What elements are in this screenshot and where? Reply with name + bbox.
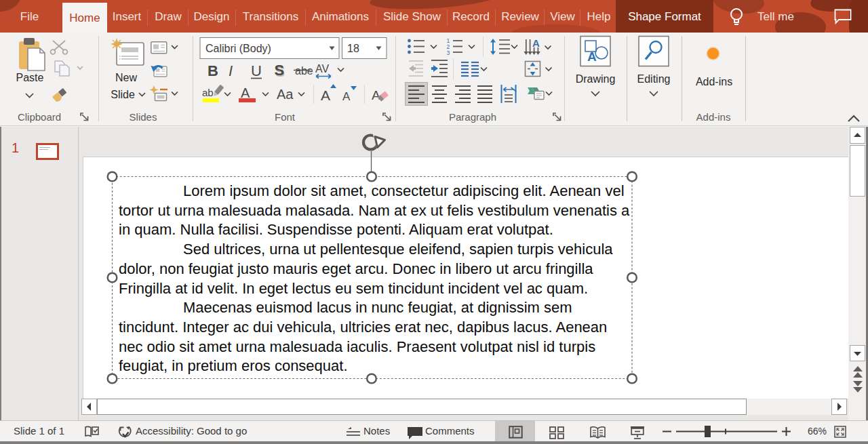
svg-text:18: 18: [347, 43, 359, 54]
svg-text:B: B: [208, 62, 218, 79]
svg-text:U: U: [251, 62, 262, 79]
svg-text:Aa: Aa: [277, 87, 294, 102]
svg-text:A: A: [241, 85, 250, 100]
svg-text:A: A: [372, 88, 380, 102]
svg-text:A: A: [532, 37, 540, 49]
svg-text:3: 3: [447, 49, 450, 56]
svg-text:I: I: [229, 62, 233, 79]
svg-text:A: A: [321, 87, 330, 103]
svg-text:S: S: [274, 62, 284, 79]
svg-text:ab: ab: [202, 87, 214, 98]
svg-text:A: A: [342, 90, 351, 103]
svg-text:AV: AV: [315, 63, 329, 75]
svg-text:Calibri (Body): Calibri (Body): [205, 43, 271, 54]
